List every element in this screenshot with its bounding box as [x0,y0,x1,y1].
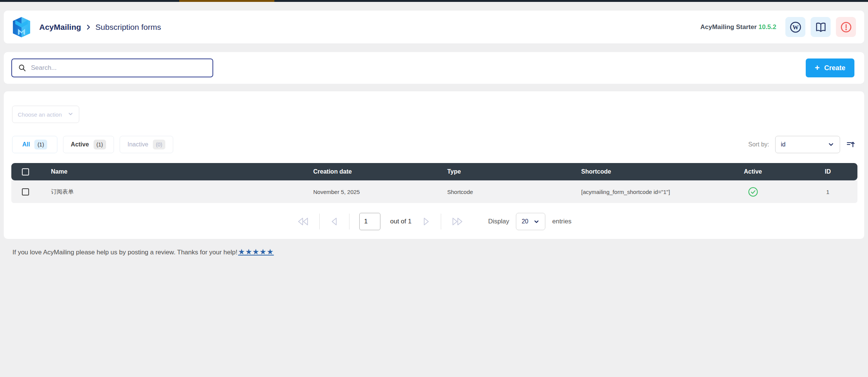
breadcrumb-current-page: Subscription forms [95,23,161,32]
book-icon [815,22,826,33]
first-page-button[interactable] [297,217,309,226]
sort-by-label: Sort by: [748,141,769,148]
double-arrow-left-icon [297,217,309,226]
page-header: AcyMailing Subscription forms AcyMailing… [4,11,864,43]
alert-button[interactable] [836,17,856,37]
svg-text:W: W [792,24,798,31]
tab-active-count-badge: (1) [94,140,106,149]
chevron-down-icon [828,141,834,148]
entries-label: entries [552,218,571,225]
display-label: Display [488,218,509,225]
breadcrumb-root[interactable]: AcyMailing [39,23,81,32]
column-header-shortcode[interactable]: Shortcode [581,168,708,175]
tab-all[interactable]: All (1) [12,136,57,153]
sort-field-select[interactable]: id [775,136,840,153]
bulk-action-select[interactable]: Choose an action [12,106,79,123]
tab-all-label: All [22,141,30,148]
chevron-down-icon [533,219,540,225]
row-type: Shortcode [447,189,581,195]
search-box[interactable] [11,58,213,77]
column-header-type[interactable]: Type [447,168,581,175]
page-count-label: out of 1 [390,218,412,225]
search-icon [18,64,26,72]
previous-page-button[interactable] [329,217,339,226]
plan-name: AcyMailing Starter [700,23,757,31]
admin-top-bar [0,0,868,2]
review-footer: If you love AcyMailing please help us by… [12,247,274,256]
header-right-group: AcyMailing Starter 10.5.2 W [700,17,856,37]
search-input[interactable] [26,59,212,77]
plan-version-label: AcyMailing Starter 10.5.2 [700,23,776,31]
tab-inactive-label: Inactive [128,141,148,148]
version-number: 10.5.2 [759,23,776,31]
sort-field-value: id [781,141,785,148]
row-shortcode: [acymailing_form_shortcode id="1"] [581,189,708,195]
select-all-cell [11,168,40,175]
review-message: If you love AcyMailing please help us by… [12,249,237,256]
chevron-down-icon [68,111,74,118]
search-toolbar: + Create [4,52,864,84]
page-number-input[interactable] [359,213,380,230]
next-page-button[interactable] [421,217,431,226]
forms-list-panel: Choose an action All (1) Active (1) Inac… [4,91,864,239]
row-creation-date: November 5, 2025 [313,189,447,195]
plus-icon: + [815,63,820,73]
tab-all-count-badge: (1) [34,140,47,149]
row-checkbox-cell [11,188,40,195]
double-arrow-right-icon [451,217,464,226]
active-check-icon[interactable] [748,187,758,197]
wordpress-icon: W [790,22,801,33]
breadcrumb: AcyMailing Subscription forms [39,23,161,32]
pagination-divider [441,214,441,229]
per-page-select[interactable]: 20 [516,213,545,230]
acymailing-subscription-forms-page: AcyMailing Subscription forms AcyMailing… [0,0,868,377]
select-all-checkbox[interactable] [22,168,29,175]
per-page-group: Display 20 entries [488,213,571,230]
row-id: 1 [798,189,857,195]
acymailing-logo-icon [12,17,31,37]
pagination-bar: out of 1 Display 20 e [4,213,864,230]
sort-controls: Sort by: id [748,136,855,153]
tab-active[interactable]: Active (1) [63,136,114,153]
tab-inactive-count-badge: (0) [153,140,165,149]
last-page-button[interactable] [451,217,464,226]
row-name[interactable]: 订阅表单 [40,188,313,195]
chevron-right-icon [85,24,92,31]
wordpress-button[interactable]: W [785,17,805,37]
status-filter-tabs: All (1) Active (1) Inactive (0) [12,136,173,153]
pagination-divider [349,214,349,229]
alert-circle-icon [840,22,852,33]
sort-direction-button[interactable] [846,140,855,149]
sort-ascending-icon [846,140,855,149]
bulk-action-placeholder: Choose an action [18,111,62,118]
forms-table: Name Creation date Type Shortcode Active… [11,163,857,203]
row-checkbox[interactable] [22,188,29,195]
per-page-value: 20 [522,218,528,225]
arrow-right-icon [421,217,431,226]
column-header-name[interactable]: Name [40,168,313,175]
create-button[interactable]: + Create [806,58,854,77]
documentation-button[interactable] [811,17,831,37]
table-header-row: Name Creation date Type Shortcode Active… [11,163,857,180]
table-row[interactable]: 订阅表单 November 5, 2025 Shortcode [acymail… [11,180,857,203]
admin-top-bar-segment [179,0,274,2]
column-header-active[interactable]: Active [708,168,798,175]
pagination-divider [319,214,320,229]
column-header-creation-date[interactable]: Creation date [313,168,447,175]
row-active-cell [708,187,798,197]
create-button-label: Create [824,64,845,72]
tab-inactive[interactable]: Inactive (0) [120,136,173,153]
arrow-left-icon [329,217,339,226]
column-header-id[interactable]: ID [798,168,857,175]
tab-active-label: Active [71,141,89,148]
review-stars-link[interactable]: ★★★★★ [238,247,274,256]
